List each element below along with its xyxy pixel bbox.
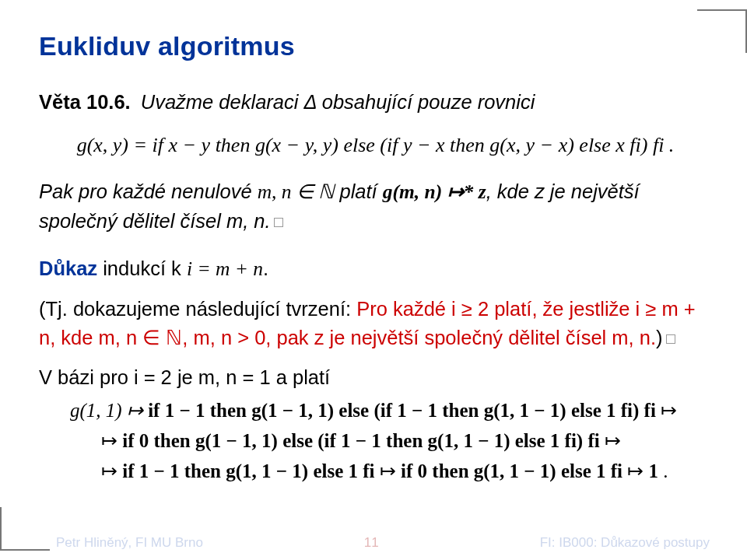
tj-close: ) <box>656 327 663 348</box>
deriv-line-1: g(1, 1) ↦ if 1 − 1 then g(1 − 1, 1) else… <box>70 396 712 426</box>
d3c: ↦ <box>375 460 402 481</box>
footer-page: 11 <box>364 535 379 551</box>
footer: Petr Hliněný, FI MU Brno 11 FI: IB000: D… <box>0 535 747 551</box>
slide-title: Eukliduv algoritmus <box>39 31 712 61</box>
corner-top-right <box>697 9 747 11</box>
footer-course: FI: IB000: Důkazové postupy <box>540 535 710 551</box>
thm-gmn: g(m, n) ↦* z <box>383 180 486 203</box>
proof-head: Důkaz <box>39 257 97 279</box>
thm-plat: platí <box>334 180 382 202</box>
d3f: 1 <box>649 460 659 481</box>
equation-g: g(x, y) = if x − y then g(x − y, y) else… <box>39 131 712 160</box>
proof-i: i = m + n <box>187 257 263 280</box>
d1a: g(1, 1) ↦ <box>70 400 148 421</box>
thm-pak: Pak pro každé nenulové <box>39 180 258 202</box>
tj-open: (Tj. dokazujeme následující tvrzení: <box>39 298 356 320</box>
proof-dot: . <box>263 257 268 279</box>
d2b: if 0 then g(1 − 1, 1) else (if 1 − 1 the… <box>122 430 599 451</box>
d2a: ↦ <box>101 430 122 451</box>
d3a: ↦ <box>101 460 122 481</box>
d3e: ↦ <box>622 460 649 481</box>
slide-body: Věta 10.6. Uvažme deklaraci Δ obsahující… <box>39 88 712 487</box>
proof-opening: Důkaz indukcí k i = m + n. <box>39 254 712 284</box>
theorem-label: Věta 10.6. <box>39 91 131 113</box>
qed-box-icon <box>666 334 675 344</box>
qed-box-icon <box>274 218 283 227</box>
d1c: ↦ <box>656 400 677 421</box>
thm-mn: m, n ∈ ℕ <box>258 180 335 203</box>
deriv-line-2: ↦ if 0 then g(1 − 1, 1) else (if 1 − 1 t… <box>70 426 712 457</box>
tj-statement: (Tj. dokazujeme následující tvrzení: Pro… <box>39 295 712 352</box>
d3g: . <box>658 460 668 481</box>
base-case: V bázi pro i = 2 je m, n = 1 a platí <box>39 363 712 392</box>
slide: Eukliduv algoritmus Věta 10.6. Uvažme de… <box>0 0 747 560</box>
d3d: if 0 then g(1, 1 − 1) else 1 fi <box>401 460 622 481</box>
theorem-intro: Věta 10.6. Uvažme deklaraci Δ obsahující… <box>39 88 712 117</box>
d3b: if 1 − 1 then g(1, 1 − 1) else 1 fi <box>122 460 374 481</box>
d1b: if 1 − 1 then g(1 − 1, 1) else (if 1 − 1… <box>148 400 656 421</box>
footer-author: Petr Hliněný, FI MU Brno <box>56 535 203 551</box>
theorem-lead: Uvažme deklaraci Δ obsahující pouze rovn… <box>141 91 535 113</box>
d2c: ↦ <box>600 430 621 451</box>
derivation: g(1, 1) ↦ if 1 − 1 then g(1 − 1, 1) else… <box>39 396 712 486</box>
proof-lead: indukcí k <box>97 257 187 279</box>
theorem-claim: Pak pro každé nenulové m, n ∈ ℕ platí g(… <box>39 177 712 236</box>
deriv-line-3: ↦ if 1 − 1 then g(1, 1 − 1) else 1 fi ↦ … <box>70 457 712 487</box>
